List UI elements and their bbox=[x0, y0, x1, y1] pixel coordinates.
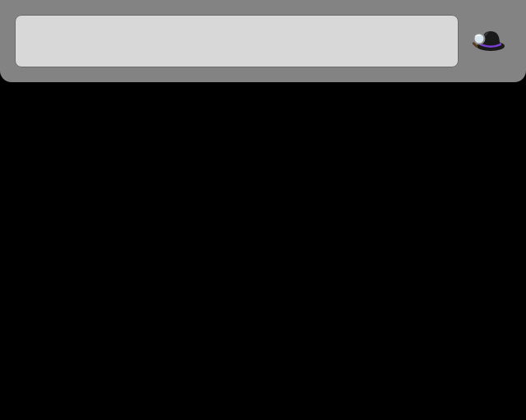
search-input[interactable] bbox=[15, 15, 459, 67]
launcher-bar bbox=[0, 0, 526, 82]
alfred-hat-icon bbox=[465, 15, 511, 67]
